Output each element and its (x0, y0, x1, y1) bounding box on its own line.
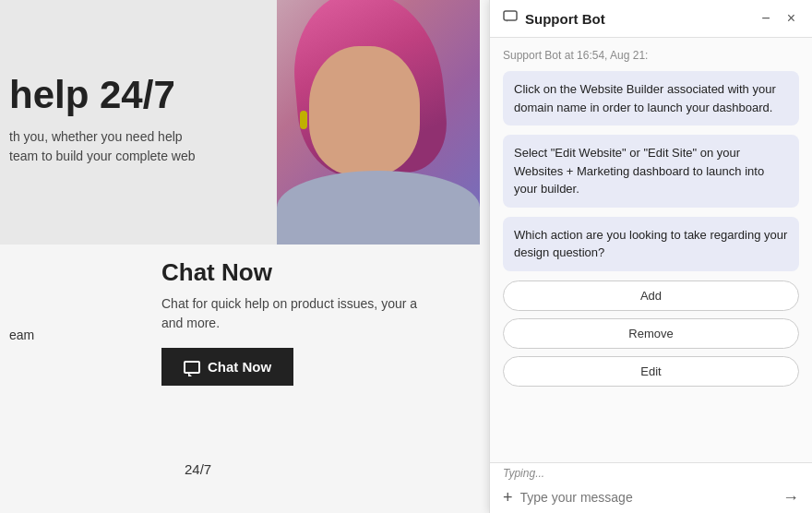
minimize-button[interactable]: − (758, 9, 773, 28)
chat-header-title: Support Bot (525, 11, 605, 27)
hero-subtitle-line2: team to build your complete web (9, 147, 196, 166)
chat-bubble-3: Which action are you looking to take reg… (503, 217, 799, 271)
close-button[interactable]: × (783, 9, 799, 28)
face (309, 46, 420, 175)
support-label: 24/7 (185, 461, 211, 477)
hero-image (277, 0, 480, 245)
svg-rect-0 (504, 11, 517, 20)
woman-illustration (277, 0, 480, 245)
shoulder (277, 171, 480, 245)
earring (300, 111, 307, 129)
chat-now-button[interactable]: Chat Now (161, 348, 293, 386)
chat-header: Support Bot − × (490, 0, 812, 38)
hero-section: help 24/7 th you, whether you need help … (0, 0, 480, 245)
chat-timestamp: Support Bot at 16:54, Aug 21: (503, 49, 799, 62)
chat-options: Add Remove Edit (503, 280, 799, 387)
chat-header-left: Support Bot (503, 10, 605, 27)
section-title: Chat Now (161, 258, 484, 287)
option-remove-button[interactable]: Remove (503, 318, 799, 349)
section-desc-line2: and more. (161, 316, 220, 330)
hero-subtitle-line1: th you, whether you need help (9, 127, 196, 147)
chat-header-controls: − × (758, 9, 799, 28)
chat-bubble-2: Select "Edit Website" or "Edit Site" on … (503, 135, 799, 208)
option-edit-button[interactable]: Edit (503, 356, 799, 387)
left-label: eam (9, 328, 34, 342)
chat-message-1: Click on the Website Builder associated … (514, 82, 776, 114)
chat-typing: Typing... (490, 463, 812, 482)
option-add-button[interactable]: Add (503, 280, 799, 311)
chat-footer: Typing... + → (490, 462, 812, 513)
chat-message-3: Which action are you looking to take reg… (514, 228, 787, 260)
chat-message-input[interactable] (520, 490, 775, 505)
chat-widget: Support Bot − × Support Bot at 16:54, Au… (489, 0, 812, 513)
chat-add-button[interactable]: + (503, 489, 513, 506)
section-desc: Chat for quick help on product issues, y… (161, 294, 484, 333)
hero-subtitle: th you, whether you need help team to bu… (9, 127, 196, 166)
chat-message-2: Select "Edit Website" or "Edit Site" on … (514, 146, 764, 196)
content-section: Chat Now Chat for quick help on product … (161, 258, 484, 386)
chat-now-button-label: Chat Now (208, 359, 271, 375)
chat-body[interactable]: Support Bot at 16:54, Aug 21: Click on t… (490, 38, 812, 462)
chat-bubble-1: Click on the Website Builder associated … (503, 71, 799, 125)
hero-text-block: help 24/7 th you, whether you need help … (9, 74, 196, 166)
chat-input-row: + → (490, 482, 812, 513)
chat-icon-btn (184, 361, 200, 374)
section-desc-line1: Chat for quick help on product issues, y… (161, 296, 417, 311)
chat-header-icon (503, 10, 518, 27)
hero-title: help 24/7 (9, 74, 196, 116)
chat-send-button[interactable]: → (782, 489, 799, 506)
